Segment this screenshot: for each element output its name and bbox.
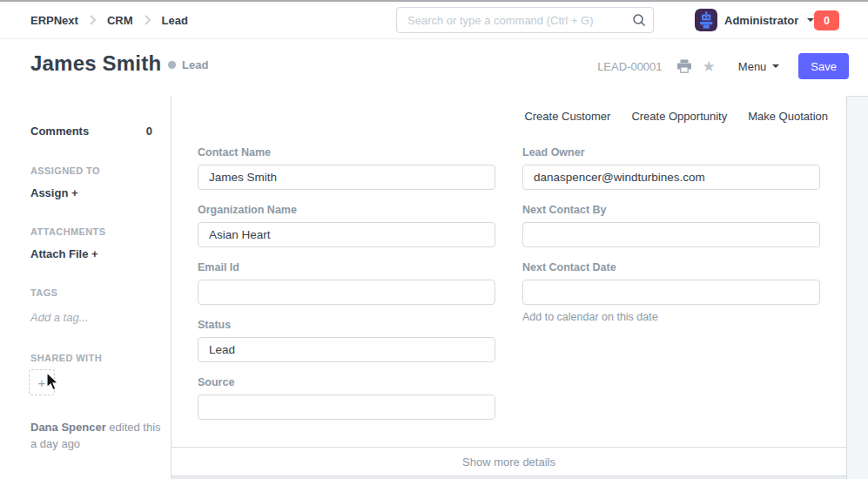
star-icon[interactable]: ★ xyxy=(703,59,716,74)
form-sidebar: Comments 0 ASSIGNED TO Assign + ATTACHME… xyxy=(0,96,172,479)
show-more-details-button[interactable]: Show more details xyxy=(172,447,846,476)
page-header: James Smith Lead LEAD-00001 ★ Menu Save xyxy=(0,39,868,97)
print-icon[interactable] xyxy=(676,59,692,73)
user-name: Administrator xyxy=(724,14,798,27)
status-dot-icon xyxy=(168,61,176,69)
form-actions: Create Customer Create Opportunity Make … xyxy=(524,110,828,123)
attach-file-link[interactable]: Attach File + xyxy=(30,247,98,260)
create-opportunity-button[interactable]: Create Opportunity xyxy=(631,110,727,123)
edited-by-name: Dana Spencer xyxy=(30,421,106,434)
navbar: ERPNext CRM Lead xyxy=(0,2,868,39)
organization-name-field: Organization Name xyxy=(198,204,495,247)
lead-owner-input[interactable] xyxy=(522,165,820,190)
chevron-right-icon xyxy=(89,14,97,26)
next-contact-by-label: Next Contact By xyxy=(522,204,820,216)
status-indicator-label: Lead xyxy=(182,58,208,71)
create-customer-button[interactable]: Create Customer xyxy=(524,110,610,123)
chevron-right-icon xyxy=(144,14,151,26)
page-title: James Smith xyxy=(30,51,161,76)
contact-name-field: Contact Name xyxy=(198,146,495,190)
comments-count: 0 xyxy=(146,125,152,138)
next-contact-date-field: Next Contact Date Add to calendar on thi… xyxy=(522,261,820,323)
contact-name-label: Contact Name xyxy=(198,146,495,159)
form-column-left: Contact Name Organization Name Email Id … xyxy=(198,146,495,434)
show-more-details-label: Show more details xyxy=(462,455,555,469)
doc-id: LEAD-00001 xyxy=(597,60,662,73)
notification-badge[interactable]: 0 xyxy=(814,10,839,30)
last-edited-note: Dana Spencer edited this a day ago xyxy=(30,419,161,452)
tags-heading: TAGS xyxy=(30,287,57,298)
form-column-right: Lead Owner Next Contact By Next Contact … xyxy=(522,146,820,337)
attachments-heading: ATTACHMENTS xyxy=(30,226,105,237)
next-contact-date-label: Next Contact Date xyxy=(522,261,820,273)
erpnext-lead-page: { "colors": { "accent": "#5e64ff", "badg… xyxy=(0,0,868,479)
next-contact-date-help: Add to calendar on this date xyxy=(522,311,820,323)
status-field: Status xyxy=(198,319,495,362)
organization-name-label: Organization Name xyxy=(198,204,495,216)
menu-button[interactable]: Menu xyxy=(738,60,780,73)
assign-link[interactable]: Assign + xyxy=(30,186,78,199)
status-indicator: Lead xyxy=(168,58,208,71)
lead-owner-field: Lead Owner xyxy=(522,146,820,190)
chevron-down-icon xyxy=(772,64,779,68)
lead-owner-label: Lead Owner xyxy=(522,146,820,159)
next-contact-date-input[interactable] xyxy=(522,280,820,305)
email-id-input[interactable] xyxy=(198,280,495,305)
source-field: Source xyxy=(198,376,495,420)
comments-label: Comments xyxy=(30,125,89,138)
menu-button-label: Menu xyxy=(738,60,767,73)
source-select[interactable] xyxy=(198,395,495,420)
next-contact-by-field: Next Contact By xyxy=(522,204,820,247)
breadcrumb-item-erpnext[interactable]: ERPNext xyxy=(30,14,78,27)
search-input[interactable] xyxy=(396,7,654,33)
status-select[interactable] xyxy=(198,337,495,362)
contact-name-input[interactable] xyxy=(198,165,495,190)
share-add-button[interactable]: + xyxy=(29,369,55,395)
search-icon[interactable] xyxy=(632,13,646,30)
robot-avatar-icon xyxy=(695,9,717,31)
comments-link[interactable]: Comments 0 xyxy=(30,125,152,138)
breadcrumb: ERPNext CRM Lead xyxy=(30,2,188,38)
add-tag-input[interactable]: Add a tag... xyxy=(30,311,89,324)
save-button[interactable]: Save xyxy=(798,53,849,79)
breadcrumb-item-lead[interactable]: Lead xyxy=(162,14,188,27)
global-search xyxy=(396,7,654,33)
make-quotation-button[interactable]: Make Quotation xyxy=(748,110,828,123)
page-header-actions: LEAD-00001 ★ Menu Save xyxy=(597,53,849,79)
shared-with-heading: SHARED WITH xyxy=(30,353,102,363)
form-body: Create Customer Create Opportunity Make … xyxy=(172,96,847,479)
user-menu[interactable]: Administrator xyxy=(695,2,814,38)
breadcrumb-item-crm[interactable]: CRM xyxy=(107,14,133,27)
email-id-field: Email Id xyxy=(198,261,495,305)
source-label: Source xyxy=(198,376,495,388)
email-id-label: Email Id xyxy=(198,261,495,273)
status-label: Status xyxy=(198,319,495,331)
assigned-to-heading: ASSIGNED TO xyxy=(30,165,100,176)
next-contact-by-input[interactable] xyxy=(522,222,820,247)
organization-name-input[interactable] xyxy=(198,222,495,247)
